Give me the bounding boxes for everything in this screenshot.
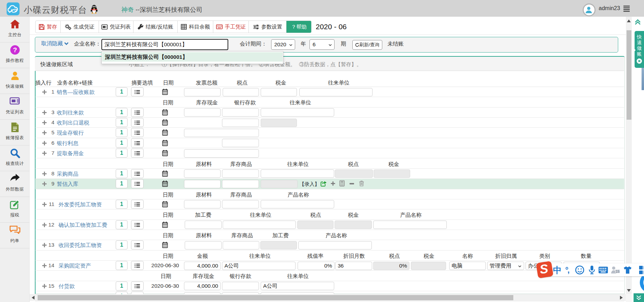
svg-text:?: ? xyxy=(13,46,17,54)
svg-text:15: 15 xyxy=(615,269,620,273)
